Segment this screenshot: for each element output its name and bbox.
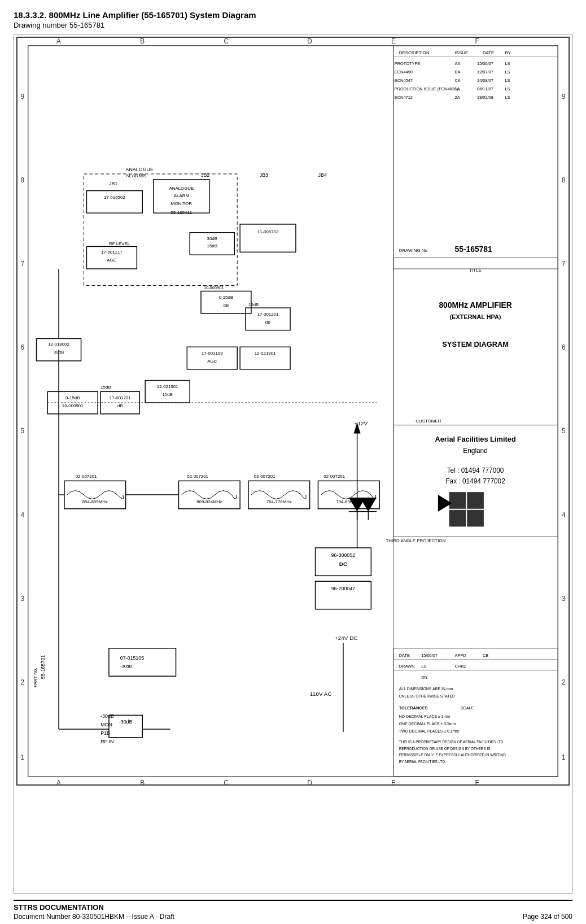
svg-text:17-001201: 17-001201 [110,395,131,400]
svg-text:B: B [140,779,145,787]
svg-text:15dB: 15dB [162,392,172,397]
svg-text:7: 7 [21,260,25,268]
svg-text:MONITOR: MONITOR [171,201,192,206]
svg-text:PART No.: PART No. [33,668,38,687]
svg-text:55-165701: 55-165701 [40,655,46,679]
svg-text:AA: AA [455,61,461,66]
svg-text:AGC: AGC [207,359,217,364]
svg-text:ONE DECIMAL PLACE ± 0.5mm: ONE DECIMAL PLACE ± 0.5mm [399,722,456,726]
svg-text:12-018002: 12-018002 [48,342,69,347]
svg-text:ECN4547: ECN4547 [395,78,413,83]
svg-text:CUSTOMER: CUSTOMER [416,419,441,424]
svg-text:ALARMS: ALARMS [126,173,147,178]
svg-rect-41 [467,510,484,527]
svg-text:DC: DC [339,561,347,567]
svg-text:TITLE: TITLE [469,268,481,273]
svg-text:PROTOTYPE: PROTOTYPE [395,61,421,66]
svg-text:DRAWN: DRAWN [399,664,415,669]
svg-text:0-15dB: 0-15dB [65,395,80,400]
svg-text:-30dB: -30dB [120,664,132,669]
svg-text:B: B [140,37,145,45]
svg-text:A: A [56,37,61,45]
svg-text:ALARM: ALARM [174,193,189,198]
svg-text:6: 6 [562,343,566,351]
svg-text:(EXTERNAL HPA): (EXTERNAL HPA) [450,313,501,320]
svg-text:JB2: JB2 [201,172,209,178]
svg-text:PERMISSIBLE ONLY IF EXPRESSLY : PERMISSIBLE ONLY IF EXPRESSLY AUTHORISED… [399,753,506,757]
svg-text:8: 8 [562,176,566,184]
svg-text:12/07/07: 12/07/07 [477,69,493,75]
svg-text:10-000901: 10-000901 [62,403,84,408]
svg-text:55-165781: 55-165781 [455,245,492,254]
svg-text:RF LEVEL: RF LEVEL [109,241,130,246]
svg-text:DRAWING No: DRAWING No [399,248,428,253]
svg-text:854-869MHz: 854-869MHz [82,499,108,504]
svg-text:15dB: 15dB [100,385,111,390]
svg-rect-0 [17,37,569,785]
svg-text:dB: dB [265,320,271,325]
svg-text:96-200047: 96-200047 [331,586,356,591]
svg-text:96-300052: 96-300052 [331,552,356,558]
svg-text:17-001117: 17-001117 [101,250,123,255]
svg-text:12-021901: 12-021901 [157,384,178,389]
svg-text:THIS IS A PROPRIETARY DESIGN O: THIS IS A PROPRIETARY DESIGN OF AERIAL F… [399,740,505,744]
svg-text:1A: 1A [455,86,460,91]
diagram-container: A B C D E F A B C D E F 9 8 7 6 5 4 3 2 … [14,34,572,894]
svg-text:JB3: JB3 [260,172,268,178]
svg-text:7: 7 [562,260,566,268]
svg-text:3: 3 [21,595,25,603]
svg-text:ECN4712: ECN4712 [395,95,413,100]
svg-text:5: 5 [562,427,566,435]
svg-text:4: 4 [21,511,25,519]
svg-text:LS: LS [505,95,510,100]
svg-text:ECN4490: ECN4490 [395,69,413,75]
svg-text:9: 9 [21,93,25,101]
svg-text:02-007201: 02-007201 [187,474,208,479]
svg-text:CA: CA [455,78,461,83]
svg-text:17-001201: 17-001201 [257,312,279,317]
svg-text:15dB: 15dB [207,243,217,249]
svg-text:1: 1 [562,753,566,761]
drawing-number: Drawing number 55-165781 [14,21,572,29]
svg-text:800MHz AMPLIFIER: 800MHz AMPLIFIER [439,300,511,310]
svg-text:F: F [475,779,479,787]
svg-text:LS: LS [505,86,510,91]
svg-text:E: E [391,779,396,787]
svg-text:4: 4 [562,511,566,519]
svg-text:REPRODUCTION OR USE OF DESIGN : REPRODUCTION OR USE OF DESIGN BY OTHERS … [399,747,491,751]
svg-text:17-016502: 17-016502 [104,195,125,200]
svg-text:15/06/07: 15/06/07 [421,653,438,658]
svg-text:TWO DECIMAL PLACES ± 0.1mm: TWO DECIMAL PLACES ± 0.1mm [399,729,460,733]
svg-text:LS: LS [421,664,426,669]
svg-text:110V AC: 110V AC [310,691,332,697]
svg-text:07-015105: 07-015105 [120,655,145,661]
svg-rect-39 [467,492,484,509]
svg-text:LS: LS [505,69,510,75]
svg-rect-38 [449,492,466,509]
svg-text:LS: LS [505,78,510,83]
svg-text:5: 5 [21,427,25,435]
footer-left: STTRS DOCUMENTATION Document Number 80-3… [14,903,174,921]
svg-text:ALL DIMENSIONS ARE IN mm: ALL DIMENSIONS ARE IN mm [399,687,453,691]
svg-text:Fax : 01494 777002: Fax : 01494 777002 [445,477,505,485]
svg-text:dB: dB [224,303,229,308]
svg-text:-30dB: -30dB [100,713,114,719]
svg-text:NO DECIMAL PLACE ± 1mm: NO DECIMAL PLACE ± 1mm [399,714,451,718]
svg-text:dB: dB [117,403,123,408]
svg-text:A: A [56,779,61,787]
svg-text:06/11/07: 06/11/07 [477,86,493,91]
svg-text:BA: BA [455,69,461,75]
svg-text:11-006702: 11-006702 [257,229,279,234]
svg-text:0-15dB: 0-15dB [219,295,233,300]
svg-text:PRODUCTION ISSUE (FCN4628): PRODUCTION ISSUE (FCN4628) [395,86,458,91]
svg-text:02-007201: 02-007201 [323,474,345,479]
svg-text:1: 1 [21,753,25,761]
footer-section: STTRS DOCUMENTATION Document Number 80-3… [14,900,572,924]
svg-text:SCALE: SCALE [460,705,474,711]
svg-text:55-165411: 55-165411 [171,210,193,215]
svg-text:DATE: DATE [399,653,410,658]
page-title: 18.3.3.2. 800MHz Line Amplifier (55-1657… [14,10,572,20]
svg-text:UNLESS OTHERWISE STATED: UNLESS OTHERWISE STATED [399,694,455,698]
svg-text:DN: DN [421,675,427,680]
svg-text:D: D [307,779,312,787]
